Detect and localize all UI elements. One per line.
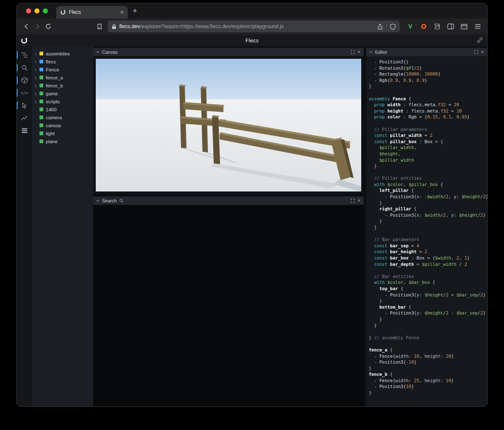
canvas-3d-viewport[interactable] <box>93 56 364 194</box>
app-title: Flecs <box>17 37 487 44</box>
extension-orange-icon[interactable] <box>418 21 429 32</box>
share-icon[interactable] <box>377 24 383 30</box>
center-column: Canvas ✕ <box>93 46 364 406</box>
search-panel-title: Search <box>102 198 117 203</box>
window-controls <box>26 8 48 13</box>
tree-item-plane[interactable]: plane <box>32 137 93 145</box>
editor-panel: Editor ✕ - Position3{} - Rotation3{$PI/2… <box>366 46 487 406</box>
divider <box>386 23 387 30</box>
search-icon <box>119 199 123 203</box>
expand-arrow-icon[interactable]: › <box>35 91 39 96</box>
tab-favicon-flecs-logo-icon <box>60 9 66 15</box>
tree-item-flecs[interactable]: ›flecs <box>32 58 93 66</box>
expand-arrow-icon[interactable]: › <box>35 51 39 56</box>
chevron-down-icon[interactable] <box>96 50 100 54</box>
tree-item-light[interactable]: light <box>32 129 93 137</box>
stats-chart-icon[interactable] <box>17 113 32 123</box>
brave-shield-icon[interactable] <box>390 24 396 30</box>
editor-code[interactable]: - Position3{} - Rotation3{$PI/2} - Recta… <box>366 56 487 406</box>
bookmark-icon[interactable] <box>94 21 105 32</box>
tree-item-label: flecs <box>46 59 56 64</box>
entity-color-square <box>39 131 43 135</box>
close-panel-icon[interactable]: ✕ <box>481 50 484 54</box>
share-link-icon[interactable] <box>477 37 483 43</box>
editor-panel-code-icon[interactable]: </> <box>17 87 32 98</box>
tree-item-Fence[interactable]: ›Fence <box>32 66 93 73</box>
entity-color-square <box>39 108 43 111</box>
tree-item-label: 1460 <box>46 107 57 112</box>
expand-arrow-icon[interactable]: › <box>35 67 39 72</box>
toolbar-extension-area: V <box>405 21 483 32</box>
tree-item-label: game <box>46 91 58 96</box>
browser-window: Flecs ✕ + flecs.dev/explorer/?wasm=https… <box>17 3 487 406</box>
expand-arrow-icon[interactable]: › <box>35 83 39 88</box>
fence-3d-scene <box>96 59 361 191</box>
wallet-icon[interactable] <box>459 21 470 32</box>
search-panel-icon[interactable] <box>17 62 32 73</box>
entity-color-square <box>39 139 43 143</box>
tree-item-fence_b[interactable]: ›fence_b <box>32 81 93 89</box>
tree-item-label: camera <box>46 115 62 120</box>
entity-color-square <box>39 76 43 79</box>
canvas-panel: Canvas ✕ <box>93 48 364 194</box>
menu-icon[interactable] <box>472 21 483 32</box>
tree-item-canvas[interactable]: canvas <box>32 121 93 129</box>
entity-tree-panel-icon[interactable] <box>17 50 32 60</box>
close-window-button[interactable] <box>26 8 31 13</box>
memory-stats-icon[interactable] <box>17 125 32 136</box>
flecs-explorer-app: Flecs </> <box>17 34 487 406</box>
reload-button[interactable] <box>43 21 54 32</box>
entity-color-square <box>39 123 43 127</box>
tree-item-assemblies[interactable]: ›assemblies <box>32 50 93 58</box>
zoom-window-button[interactable] <box>43 8 48 13</box>
forward-button[interactable] <box>32 21 43 32</box>
entity-color-square <box>39 68 43 71</box>
expand-panel-icon[interactable] <box>351 50 355 54</box>
expand-arrow-icon[interactable]: › <box>35 59 39 64</box>
url-path: /explorer/?wasm=https://www.flecs.dev/ex… <box>140 24 284 29</box>
tree-item-label: canvas <box>46 123 61 128</box>
entity-color-square <box>39 52 43 55</box>
tree-item-fence_a[interactable]: ›fence_a <box>32 73 93 81</box>
minimize-window-button[interactable] <box>34 8 39 13</box>
sidebar-toggle-icon[interactable] <box>445 21 456 32</box>
back-button[interactable] <box>21 21 32 32</box>
tab-strip: Flecs ✕ + <box>17 3 487 18</box>
app-header: Flecs <box>17 34 487 46</box>
expand-arrow-icon[interactable]: › <box>35 75 39 80</box>
address-bar[interactable]: flecs.dev/explorer/?wasm=https://www.fle… <box>108 21 400 32</box>
chevron-down-icon[interactable] <box>369 50 373 54</box>
tree-item-camera[interactable]: camera <box>32 113 93 121</box>
inspector-cursor-icon[interactable] <box>17 100 32 111</box>
editor-panel-title: Editor <box>375 50 387 55</box>
expand-panel-icon[interactable] <box>474 50 478 54</box>
tree-item-1460[interactable]: 1460 <box>32 105 93 113</box>
tab-title: Flecs <box>69 9 117 15</box>
browser-toolbar: flecs.dev/explorer/?wasm=https://www.fle… <box>17 18 487 34</box>
tree-item-label: assemblies <box>46 51 70 56</box>
tab-close-icon[interactable]: ✕ <box>120 10 124 15</box>
tree-item-label: fence_a <box>46 75 63 80</box>
editor-panel-header: Editor ✕ <box>366 48 487 56</box>
tree-item-game[interactable]: ›game <box>32 89 93 97</box>
new-tab-button[interactable]: + <box>133 7 137 15</box>
browser-tab-flecs[interactable]: Flecs ✕ <box>56 6 128 18</box>
url-domain: flecs.dev <box>119 24 140 29</box>
canvas-panel-cube-icon[interactable] <box>17 75 32 86</box>
entity-color-square <box>39 92 43 95</box>
tree-item-scripts[interactable]: ›scripts <box>32 97 93 105</box>
expand-panel-icon[interactable] <box>351 199 355 203</box>
tree-item-label: plane <box>46 139 58 144</box>
expand-arrow-icon[interactable]: › <box>35 99 39 104</box>
entity-tree: ›assemblies›flecs›Fence›fence_a›fence_b›… <box>32 46 93 406</box>
extensions-puzzle-icon[interactable] <box>432 21 443 32</box>
app-body: </> ›assemblies›flecs›Fence›fence_a›fenc… <box>17 46 487 406</box>
url-text: flecs.dev/explorer/?wasm=https://www.fle… <box>119 24 284 29</box>
chevron-down-icon[interactable] <box>96 199 100 202</box>
search-panel: Search ✕ <box>93 197 364 406</box>
close-panel-icon[interactable]: ✕ <box>357 50 361 54</box>
lock-icon <box>112 24 116 29</box>
close-panel-icon[interactable]: ✕ <box>357 199 361 203</box>
extension-v-icon[interactable]: V <box>405 21 416 32</box>
search-results-area[interactable] <box>93 205 364 406</box>
